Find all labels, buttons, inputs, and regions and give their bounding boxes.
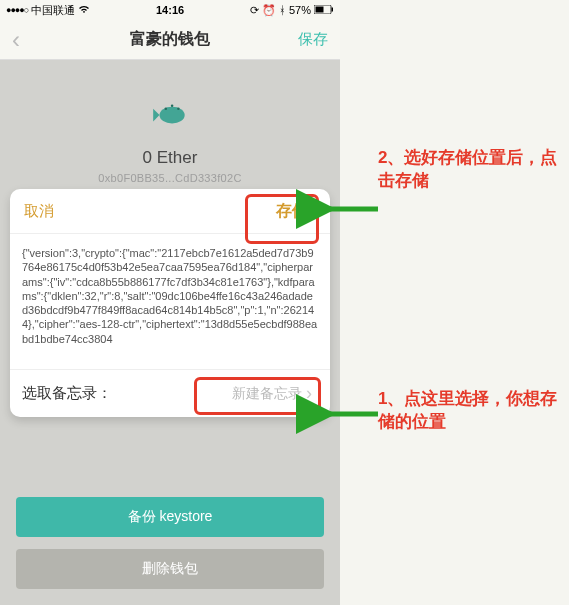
cancel-button[interactable]: 取消	[24, 202, 54, 221]
nav-save-button[interactable]: 保存	[298, 30, 328, 49]
svg-rect-2	[331, 8, 333, 12]
svg-point-4	[177, 108, 180, 111]
memo-select-label: 选取备忘录：	[22, 384, 112, 403]
backup-keystore-button[interactable]: 备份 keystore	[16, 497, 324, 537]
save-button[interactable]: 存储	[276, 202, 308, 219]
annotation-step1: 1、点这里选择，你想存储的位置	[378, 388, 568, 434]
annotation-step2: 2、选好存储位置后，点击存储	[378, 147, 568, 193]
back-chevron-icon[interactable]: ‹	[12, 26, 20, 54]
nav-bar: ‹ 富豪的钱包 保存	[0, 20, 340, 60]
signal-dots-icon: ●●●●○	[6, 5, 28, 15]
svg-point-3	[160, 107, 185, 124]
wallet-address: 0xb0F0BB35...CdD333f02C	[0, 172, 340, 184]
bluetooth-icon: ᚼ	[279, 4, 286, 16]
new-memo-button[interactable]: 新建备忘录 ›	[226, 380, 318, 407]
wifi-icon	[78, 4, 90, 16]
page-title: 富豪的钱包	[0, 29, 340, 50]
wallet-content: 0 Ether 0xb0F0BB35...CdD333f02C	[0, 60, 340, 184]
svg-point-6	[165, 108, 168, 111]
battery-icon	[314, 4, 334, 16]
svg-rect-1	[315, 7, 323, 13]
status-bar: ●●●●○ 中国联通 14:16 ⟳ ⏰ ᚼ 57%	[0, 0, 340, 20]
save-sheet: 取消 存储 {"version":3,"crypto":{"mac":"2117…	[10, 189, 330, 417]
keystore-json-text[interactable]: {"version":3,"crypto":{"mac":"2117ebcb7e…	[10, 234, 330, 369]
chevron-right-icon: ›	[306, 383, 312, 404]
battery-pct: 57%	[289, 4, 311, 16]
alarm-icon: ⏰	[262, 4, 276, 17]
status-time: 14:16	[156, 4, 184, 16]
svg-point-5	[171, 104, 174, 107]
carrier-label: 中国联通	[31, 3, 75, 18]
delete-wallet-button[interactable]: 删除钱包	[16, 549, 324, 589]
fish-icon	[149, 92, 191, 134]
new-memo-label: 新建备忘录	[232, 385, 302, 403]
balance-value: 0 Ether	[0, 148, 340, 168]
rotation-lock-icon: ⟳	[250, 4, 259, 17]
